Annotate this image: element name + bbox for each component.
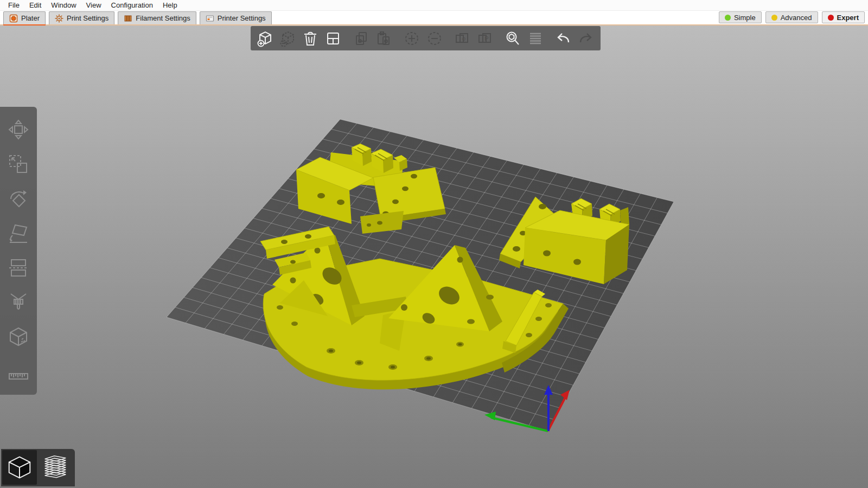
menu-file[interactable]: File (3, 1, 24, 10)
scene-canvas[interactable] (0, 25, 868, 488)
tab-bar: Plater Print Settings Fi (0, 11, 868, 25)
split-objects-icon[interactable]: o (452, 28, 473, 49)
advanced-dot-icon (771, 15, 777, 21)
viewport-3d[interactable]: o P (0, 25, 868, 488)
tab-printer-settings[interactable]: Printer Settings (200, 11, 272, 24)
mode-expert[interactable]: Expert (822, 11, 865, 23)
seam-cube-icon[interactable] (3, 322, 34, 352)
left-toolbar (0, 107, 37, 395)
menu-bar: File Edit Window View Configuration Help (0, 0, 868, 11)
menu-view[interactable]: View (81, 1, 106, 10)
mode-switcher: Simple Advanced Expert (719, 11, 865, 23)
layers-stack-icon (41, 453, 70, 482)
place-on-face-icon[interactable] (3, 219, 34, 249)
delete-all-icon[interactable] (301, 28, 321, 49)
rotate-icon[interactable] (3, 184, 34, 214)
copy-icon[interactable] (351, 28, 372, 49)
filament-icon (124, 14, 132, 23)
arrange-icon[interactable] (323, 28, 343, 49)
redo-icon[interactable] (576, 28, 596, 49)
tab-print-settings[interactable]: Print Settings (49, 11, 114, 24)
mode-advanced[interactable]: Advanced (765, 11, 818, 23)
search-icon[interactable] (502, 28, 523, 49)
printer-icon (206, 14, 214, 23)
tab-label: Plater (21, 14, 40, 22)
view-toggle-bar (1, 449, 75, 486)
cut-icon[interactable] (3, 253, 34, 283)
ruler-icon[interactable] (3, 357, 34, 387)
delete-model-icon[interactable] (278, 28, 298, 49)
simple-dot-icon (725, 15, 731, 21)
undo-icon[interactable] (553, 28, 574, 49)
expert-dot-icon (828, 15, 834, 21)
add-model-icon[interactable] (255, 28, 276, 49)
sliced-preview-button[interactable] (38, 450, 73, 485)
menu-help[interactable]: Help (158, 1, 182, 10)
move-icon[interactable] (3, 114, 34, 145)
scale-icon[interactable] (3, 149, 34, 179)
tab-label: Printer Settings (218, 14, 266, 22)
3d-editor-view-button[interactable] (2, 450, 37, 485)
tab-label: Filament Settings (136, 14, 190, 22)
add-instance-icon[interactable] (401, 28, 422, 49)
remove-instance-icon[interactable] (424, 28, 445, 49)
tab-plater[interactable]: Plater (3, 11, 46, 24)
mode-label: Expert (837, 14, 859, 22)
mode-simple[interactable]: Simple (719, 11, 762, 23)
menu-configuration[interactable]: Configuration (106, 1, 158, 10)
mode-label: Simple (734, 14, 756, 22)
plater-icon (9, 14, 18, 23)
layers-icon[interactable] (525, 28, 546, 49)
menu-window[interactable]: Window (46, 1, 81, 10)
paste-icon[interactable] (374, 28, 394, 49)
menu-edit[interactable]: Edit (24, 1, 46, 10)
svg-text:o: o (462, 35, 465, 42)
slicer-app: File Edit Window View Configuration Help… (0, 0, 868, 488)
cube-icon (5, 453, 34, 482)
top-toolbar: o P (251, 26, 601, 50)
mode-label: Advanced (781, 14, 812, 22)
gear-icon (55, 14, 63, 23)
tab-filament-settings[interactable]: Filament Settings (118, 11, 196, 24)
split-parts-icon[interactable]: P (475, 28, 495, 49)
brush-icon[interactable] (3, 287, 34, 318)
tab-label: Print Settings (67, 14, 108, 22)
svg-text:P: P (484, 35, 488, 42)
